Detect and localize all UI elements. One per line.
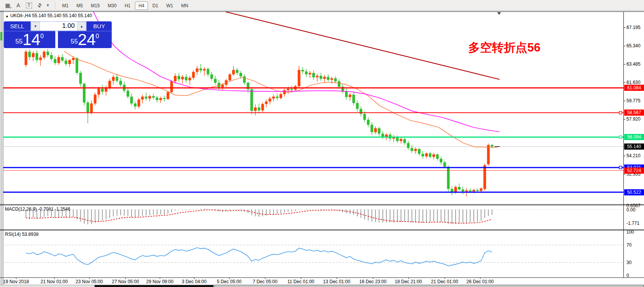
horizontal-scrollbar[interactable]	[0, 285, 644, 287]
price-axis-line	[623, 11, 624, 277]
price-axis-label: 57.920	[626, 116, 641, 122]
dropdown-caret-icon[interactable]: ▼	[46, 3, 50, 7]
price-badge: 55.140	[624, 144, 644, 150]
time-axis-label: 5 Dec 05:00	[217, 279, 242, 284]
ask-price-tile[interactable]: 55240	[58, 31, 112, 48]
price-badge: 61.084	[624, 85, 644, 91]
crosshair-grid-icon[interactable]: ▦F	[3, 1, 12, 10]
axis-tick	[229, 277, 230, 279]
axis-tick	[373, 277, 373, 279]
time-axis-border	[0, 277, 644, 278]
time-axis-label: 26 Dec 01:00	[466, 279, 493, 284]
text-annotation[interactable]: 多空转折点56	[468, 40, 540, 56]
axis-tick	[301, 277, 301, 279]
time-axis-label: 16 Dec 23:00	[359, 279, 386, 284]
partial-candle-left-edge	[0, 32, 2, 40]
ask-price-big: 24	[78, 31, 96, 48]
price-axis-label: 67.195	[626, 25, 641, 30]
time-axis-label: 13 Dec 01:00	[323, 279, 350, 284]
axis-tick	[54, 277, 55, 279]
axis-tick	[623, 27, 625, 28]
rsi-axis-label: 0	[626, 273, 629, 278]
axis-tick	[265, 277, 265, 279]
tf-button-MN[interactable]: MN	[178, 2, 192, 10]
tf-button-M30[interactable]: M30	[104, 2, 120, 10]
price-axis-label: 59.775	[626, 98, 641, 103]
axis-tick	[480, 277, 480, 279]
timeframe-group: M1M5M15M30H1H4D1W1MN	[59, 2, 193, 9]
macd-axis-label: -1.771	[626, 221, 639, 226]
time-axis-label: 3 Dec 04:00	[182, 279, 207, 284]
text-label-icon[interactable]: A	[14, 1, 23, 10]
price-badge: 52.724	[624, 168, 644, 174]
axis-tick	[445, 277, 445, 279]
time-axis-label: 27 Nov 05:00	[112, 279, 139, 284]
macd-axis-label: 0.00	[626, 207, 635, 213]
bid-price-tile[interactable]: 55140	[4, 31, 55, 48]
axis-tick	[89, 277, 90, 279]
rsi-axis-label: 100	[626, 229, 634, 235]
chart-title: ▲UKOil-,H4 55.140 55.140 55.140 55.140	[5, 13, 92, 18]
axis-tick	[160, 277, 160, 279]
volume-input[interactable]: 1.00	[40, 22, 77, 31]
time-axis-label: 23 Nov 05:00	[75, 279, 103, 284]
tf-button-W1[interactable]: W1	[163, 2, 177, 10]
tf-button-M5[interactable]: M5	[73, 2, 87, 10]
bid-price-sup: 0	[40, 33, 44, 40]
tf-button-H1[interactable]: H1	[121, 2, 134, 10]
rsi-axis-label: 70	[626, 242, 631, 248]
scrollbar-track[interactable]	[214, 285, 644, 287]
toolbar-separator	[55, 2, 56, 9]
axis-tick	[623, 64, 625, 64]
volume-up-button[interactable]: ▲	[77, 22, 86, 31]
axis-tick	[194, 277, 194, 279]
price-badge: 56.094	[624, 134, 644, 140]
axis-tick	[623, 46, 625, 46]
time-axis-label: 21 Nov 01:00	[40, 279, 67, 284]
price-axis-label: 65.340	[626, 43, 641, 48]
panel-separator[interactable]	[0, 229, 644, 230]
collapse-panel-icon[interactable]: ▲	[5, 14, 9, 18]
rsi-indicator-chart[interactable]	[3, 231, 623, 277]
sell-button[interactable]: SELL	[4, 21, 31, 31]
time-axis-label: 19 Nov 2018	[3, 279, 29, 284]
macd-indicator-chart[interactable]	[3, 205, 623, 229]
tf-button-M1[interactable]: M1	[59, 2, 72, 10]
buy-button[interactable]: BUY	[87, 21, 112, 31]
arrange-objects-icon[interactable]: ⇅	[34, 0, 46, 11]
time-axis-label: 18 Dec 21:00	[395, 279, 422, 284]
axis-tick	[623, 82, 625, 83]
axis-tick	[337, 277, 337, 279]
mt4-window: ▦F A T ⇅ ▼ M1M5M15M30H1H4D1W1MN ▲UKOil-,…	[0, 0, 644, 287]
time-axis-label: 11 Dec 01:00	[287, 279, 315, 284]
ask-price-small: 55	[71, 38, 78, 45]
tf-button-D1[interactable]: D1	[149, 2, 162, 10]
toolbar: ▦F A T ⇅ ▼ M1M5M15M30H1H4D1W1MN	[0, 0, 644, 11]
axis-tick	[16, 277, 16, 279]
bid-price-small: 55	[15, 38, 22, 45]
current-price-marker	[495, 146, 500, 147]
tf-button-M15[interactable]: M15	[87, 2, 103, 10]
axis-tick	[623, 101, 625, 101]
one-click-trading-panel: SELL ▼ 1.00 ▲ BUY 55140 55240	[4, 21, 112, 48]
text-box-icon[interactable]: T	[24, 1, 34, 10]
axis-tick	[408, 277, 409, 279]
volume-down-button[interactable]: ▼	[31, 22, 40, 31]
tf-button-H4[interactable]: H4	[135, 2, 148, 10]
price-axis-label: 61.630	[626, 80, 641, 85]
scrollbar-thumb[interactable]	[95, 285, 214, 287]
price-badge: 50.522	[624, 189, 644, 195]
price-axis-label: 63.485	[626, 61, 641, 67]
panel-separator[interactable]	[0, 204, 644, 205]
time-axis-label: 29 Nov 09:00	[146, 279, 173, 284]
price-badge: 58.567	[624, 110, 644, 116]
symbol-ohlc-text: UKOil-,H4 55.140 55.140 55.140 55.140	[10, 13, 92, 18]
time-axis-label: 21 Dec 01:00	[431, 279, 458, 284]
time-axis-label: 7 Dec 05:00	[253, 279, 278, 284]
ask-price-sup: 0	[96, 33, 99, 40]
bid-price-big: 14	[22, 31, 40, 48]
price-axis-label: 54.210	[626, 153, 641, 158]
axis-tick	[623, 156, 625, 156]
axis-tick	[623, 119, 625, 119]
rsi-label: RSI(14) 53.8938	[5, 232, 39, 237]
